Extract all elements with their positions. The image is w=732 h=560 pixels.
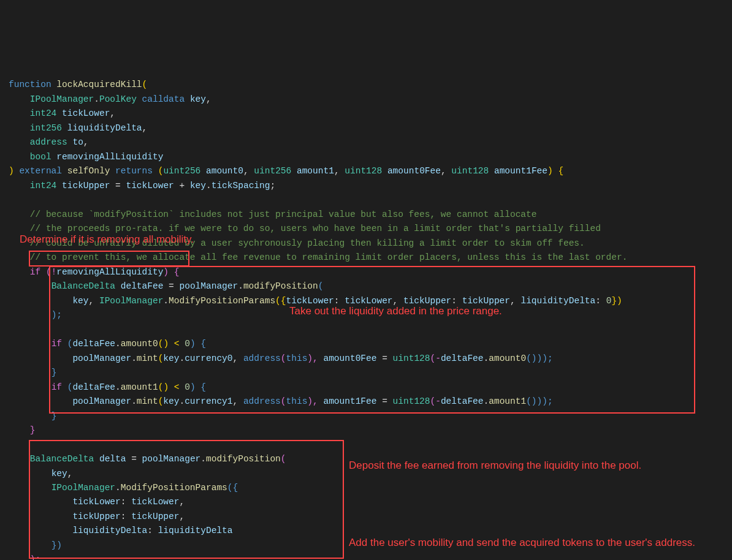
comment-line: // because `modifyPosition` includes not… <box>30 210 537 219</box>
annotation-3: Deposit the fee earned from removing the… <box>349 458 704 473</box>
annotation-2: Take out the liquidity added in the pric… <box>289 304 502 319</box>
keyword: function <box>9 80 51 89</box>
code-editor-view: function lockAcquiredKill( IPoolManager.… <box>9 64 723 560</box>
annotation-4: Add the user's mobility and send the acq… <box>349 535 704 550</box>
function-name: lockAcquiredKill <box>56 80 142 89</box>
type: IPoolManager <box>30 94 94 104</box>
